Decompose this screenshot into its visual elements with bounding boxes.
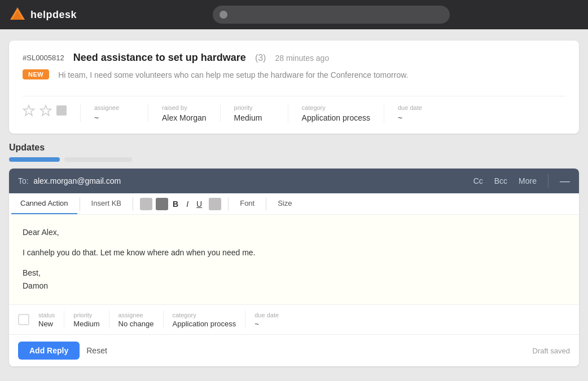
logo-icon [9, 6, 26, 23]
bold-button[interactable]: B [169, 198, 182, 210]
status-badge: NEW [23, 69, 49, 79]
footer-category-field: category Application process [173, 312, 236, 328]
footer-due-date-field: due date ~ [254, 312, 279, 328]
category-value: Application process [302, 113, 370, 122]
ticket-header: #SL0005812 Need assistance to set up har… [23, 52, 565, 64]
size-tab[interactable]: Size [269, 193, 301, 214]
toolbar-sep-1 [80, 197, 80, 211]
updates-section: Updates [9, 143, 579, 162]
canned-action-tab[interactable]: Canned Action [11, 193, 77, 214]
toolbar: Canned Action Insert KB B I U Font Size [9, 193, 579, 215]
footer-sep-1 [64, 311, 64, 329]
color-dark-button[interactable] [156, 198, 168, 210]
search-circle [220, 11, 227, 19]
star-filled-icon[interactable] [40, 104, 52, 117]
footer-category-value: Application process [173, 320, 236, 328]
ticket-star-actions [23, 104, 80, 117]
reply-area: To: alex.morgan@gmail.com Cc Bcc More — … [9, 169, 579, 366]
color-light-button[interactable] [140, 198, 152, 210]
underline-button[interactable]: U [193, 198, 205, 210]
footer-assignee-field: assignee No change [119, 312, 154, 328]
reply-to-bar: To: alex.morgan@gmail.com Cc Bcc More — [9, 169, 579, 193]
updates-title: Updates [9, 143, 579, 153]
draft-saved-text: Draft saved [533, 347, 570, 355]
priority-value: Medium [234, 113, 274, 122]
ticket-id: #SL0005812 [23, 54, 64, 62]
email-body[interactable]: Dear Alex, I canhelp you do that. Let me… [9, 215, 579, 304]
svg-marker-2 [24, 105, 34, 116]
footer-sep-3 [163, 311, 164, 329]
ticket-count: (3) [255, 53, 266, 63]
square-icon[interactable] [56, 105, 67, 116]
meta-raised-by: raised by Alex Morgan [148, 104, 220, 122]
category-label: category [302, 104, 370, 111]
ticket-description: Hi team, I need some volunteers who can … [58, 69, 408, 81]
email-line1: I canhelp you do that. Let me know where… [23, 246, 565, 260]
ticket-meta-row: assignee ~ raised by Alex Morgan priorit… [23, 96, 565, 122]
meta-assignee: assignee ~ [80, 104, 148, 122]
footer-sep-2 [109, 311, 109, 329]
header: helpdesk [0, 0, 588, 29]
email-closing: Best, [23, 267, 565, 280]
footer-category-label: category [173, 312, 236, 318]
font-tab[interactable]: Font [231, 193, 264, 214]
footer-assignee-label: assignee [119, 312, 154, 318]
footer-status-value: New [38, 320, 55, 328]
italic-button[interactable]: I [183, 198, 192, 210]
progress-bar-inactive [64, 157, 132, 162]
toolbar-sep-3 [228, 197, 229, 211]
assignee-label: assignee [94, 104, 134, 111]
ticket-time: 28 minutes ago [275, 54, 329, 63]
due-date-value: ~ [398, 113, 438, 122]
email-greeting: Dear Alex, [23, 226, 565, 240]
meta-due-date: due date ~ [384, 104, 451, 122]
ticket-card: #SL0005812 Need assistance to set up har… [9, 41, 579, 134]
footer-priority-field: priority Medium [73, 312, 99, 328]
action-buttons: Add Reply Reset [18, 342, 107, 360]
insert-kb-tab[interactable]: Insert KB [82, 193, 130, 214]
footer-status-label: status [38, 312, 55, 318]
priority-label: priority [234, 104, 274, 111]
meta-category: category Application process [288, 104, 384, 122]
email-sender: Damon [23, 280, 565, 293]
footer-due-date-value: ~ [254, 320, 279, 328]
footer-checkbox[interactable] [18, 314, 29, 325]
logo-text: helpdesk [30, 9, 77, 21]
footer-due-date-label: due date [254, 312, 279, 318]
add-reply-button[interactable]: Add Reply [18, 342, 80, 360]
footer-sep-4 [245, 311, 245, 329]
raised-by-label: raised by [162, 104, 207, 111]
assignee-value: ~ [94, 113, 134, 122]
ticket-title: Need assistance to set up hardware [73, 52, 246, 64]
svg-marker-3 [41, 105, 51, 116]
raised-by-value: Alex Morgan [162, 113, 207, 122]
toolbar-sep-4 [266, 197, 266, 211]
bottom-actions: Add Reply Reset Draft saved [9, 334, 579, 366]
reply-to-label: To: alex.morgan@gmail.com [18, 176, 121, 186]
to-prefix: To: [18, 176, 29, 185]
cc-button[interactable]: Cc [473, 176, 483, 185]
color-accent-button[interactable] [209, 198, 221, 210]
due-date-label: due date [398, 104, 438, 111]
logo: helpdesk [9, 6, 77, 23]
minimize-button[interactable]: — [560, 175, 570, 187]
toolbar-format-group: B I U [135, 198, 226, 210]
toolbar-sep-2 [133, 197, 133, 211]
reply-divider [548, 174, 548, 188]
main-content: #SL0005812 Need assistance to set up har… [0, 29, 588, 381]
search-bar[interactable] [213, 6, 450, 24]
reply-to-actions: Cc Bcc More — [473, 174, 570, 188]
star-empty-icon[interactable] [23, 104, 35, 117]
footer-assignee-value: No change [119, 320, 154, 328]
footer-priority-value: Medium [73, 320, 99, 328]
reset-button[interactable]: Reset [86, 346, 107, 355]
footer-status-field: status New [38, 312, 55, 328]
progress-bar-active [9, 157, 60, 162]
reply-footer: status New priority Medium assignee No c… [9, 304, 579, 334]
footer-priority-label: priority [73, 312, 99, 318]
more-button[interactable]: More [519, 176, 537, 185]
to-email: alex.morgan@gmail.com [33, 176, 121, 185]
bcc-button[interactable]: Bcc [494, 176, 507, 185]
meta-priority: priority Medium [220, 104, 288, 122]
progress-bars [9, 157, 579, 162]
